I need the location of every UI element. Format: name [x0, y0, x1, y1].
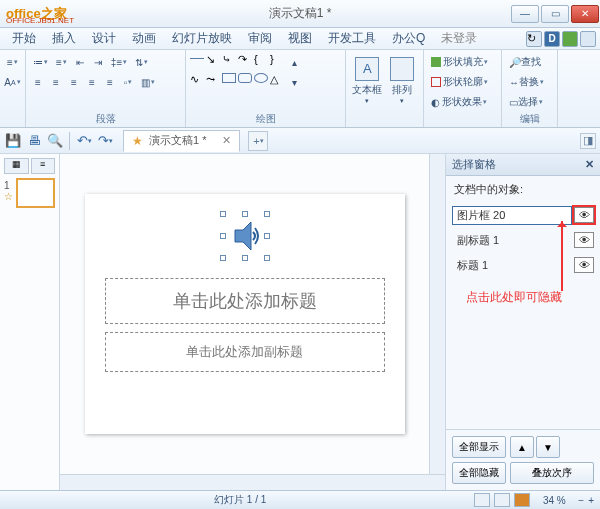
undo-icon[interactable]: ↶▾ — [75, 132, 93, 150]
order-down-button[interactable]: ▼ — [536, 436, 560, 458]
valign[interactable]: ▫▾ — [120, 73, 136, 91]
line-spacing[interactable]: ‡≡▾ — [108, 53, 130, 71]
selection-item-subtitle[interactable]: 副标题 1 👁 — [452, 229, 594, 251]
thumb-tab-outline[interactable]: ≡ — [31, 158, 56, 174]
shape-conn1[interactable]: ⤷ — [222, 53, 236, 63]
document-tab[interactable]: ★ 演示文稿1 * ✕ — [123, 130, 240, 152]
shape-triangle[interactable]: △ — [270, 73, 284, 83]
audio-object[interactable] — [223, 214, 267, 258]
visibility-toggle-picture[interactable]: 👁 — [574, 207, 594, 223]
zoom-out-button[interactable]: − — [578, 495, 584, 506]
shape-ellipse[interactable] — [254, 73, 268, 83]
maximize-button[interactable]: ▭ — [541, 5, 569, 23]
hide-all-button[interactable]: 全部隐藏 — [452, 462, 506, 484]
menu-design[interactable]: 设计 — [84, 28, 124, 49]
menu-view[interactable]: 视图 — [280, 28, 320, 49]
zoom-in-button[interactable]: + — [588, 495, 594, 506]
zoom-level[interactable]: 34 % — [534, 495, 574, 506]
window-title: 演示文稿1 * — [269, 5, 332, 22]
menu-devtools[interactable]: 开发工具 — [320, 28, 384, 49]
list-bullets[interactable]: ≔▾ — [30, 53, 51, 71]
menu-insert[interactable]: 插入 — [44, 28, 84, 49]
slide-thumbnail[interactable]: 1☆ — [4, 178, 55, 208]
print-icon[interactable]: 🖶 — [25, 132, 43, 150]
shape-rect[interactable] — [222, 73, 236, 83]
save-icon[interactable]: 💾 — [4, 132, 22, 150]
new-tab-button[interactable]: +▾ — [248, 131, 268, 151]
align-dist[interactable]: ≡ — [102, 73, 118, 91]
shape-effect-button[interactable]: ◐形状效果▾ — [428, 93, 490, 111]
preview-icon[interactable]: 🔍 — [46, 132, 64, 150]
view-slideshow-icon[interactable] — [514, 493, 530, 507]
selection-item-title[interactable]: 标题 1 👁 — [452, 254, 594, 276]
thumb-tab-slides[interactable]: ▦ — [4, 158, 29, 174]
menubar: 开始 插入 设计 动画 幻灯片放映 审阅 视图 开发工具 办公Q 未登录 ↻ D — [0, 28, 600, 50]
subtitle-placeholder[interactable]: 单击此处添加副标题 — [105, 332, 385, 372]
shape-fill-button[interactable]: 形状填充▾ — [428, 53, 491, 71]
menu-review[interactable]: 审阅 — [240, 28, 280, 49]
callout-arrow-line — [561, 221, 563, 291]
ext-icon-g[interactable] — [562, 31, 578, 47]
pane-toggle-icon[interactable]: ◨ — [580, 133, 596, 149]
list-numbers[interactable]: ≡▾ — [53, 53, 70, 71]
font-case-button[interactable]: AA▾ — [4, 73, 21, 91]
textbox-button[interactable]: A 文本框▾ — [350, 52, 385, 110]
minimize-button[interactable]: — — [511, 5, 539, 23]
selection-item-picture[interactable]: 图片框 20 👁 — [452, 204, 594, 226]
align-center[interactable]: ≡ — [48, 73, 64, 91]
title-placeholder[interactable]: 单击此处添加标题 — [105, 278, 385, 324]
shape-brace2[interactable]: } — [270, 53, 284, 63]
ext-icon-1[interactable]: ↻ — [526, 31, 542, 47]
ext-icon-d[interactable]: D — [544, 31, 560, 47]
shape-line[interactable] — [190, 58, 204, 68]
doc-close-icon[interactable]: ✕ — [222, 134, 231, 147]
visibility-toggle-title[interactable]: 👁 — [574, 257, 594, 273]
shape-curve1[interactable]: ∿ — [190, 73, 204, 83]
shape-curve2[interactable]: ⤳ — [206, 73, 220, 83]
vertical-scrollbar[interactable] — [429, 154, 445, 474]
menu-slideshow[interactable]: 幻灯片放映 — [164, 28, 240, 49]
horizontal-scrollbar[interactable] — [60, 474, 445, 490]
align-right[interactable]: ≡ — [66, 73, 82, 91]
selection-pane-title: 选择窗格 — [452, 157, 496, 172]
shape-rrect[interactable] — [238, 73, 252, 83]
stack-order-button[interactable]: 叠放次序 — [510, 462, 594, 484]
columns[interactable]: ▥▾ — [138, 73, 158, 91]
replace-button[interactable]: ↔替换▾ — [506, 73, 547, 91]
arrange-icon — [390, 57, 414, 81]
shapes-up[interactable]: ▴ — [286, 53, 302, 71]
selection-pane-close[interactable]: ✕ — [585, 158, 594, 171]
menu-login[interactable]: 未登录 — [433, 28, 485, 49]
menu-animation[interactable]: 动画 — [124, 28, 164, 49]
bullets-button[interactable]: ≡▾ — [4, 53, 21, 71]
svg-marker-0 — [235, 222, 251, 250]
text-direction[interactable]: ⇅▾ — [132, 53, 151, 71]
redo-icon[interactable]: ↷▾ — [96, 132, 114, 150]
selection-pane: 选择窗格 ✕ 文档中的对象: 图片框 20 👁 副标题 1 👁 标题 1 👁 点… — [445, 154, 600, 490]
align-left[interactable]: ≡ — [30, 73, 46, 91]
align-justify[interactable]: ≡ — [84, 73, 100, 91]
view-sorter-icon[interactable] — [494, 493, 510, 507]
qat-bar: 💾 🖶 🔍 ↶▾ ↷▾ ★ 演示文稿1 * ✕ +▾ ◨ — [0, 128, 600, 154]
shape-conn2[interactable]: ↷ — [238, 53, 252, 63]
menu-office[interactable]: 办公Q — [384, 28, 433, 49]
find-button[interactable]: 🔎查找 — [506, 53, 544, 71]
show-all-button[interactable]: 全部显示 — [452, 436, 506, 458]
shape-arrow[interactable]: ↘ — [206, 53, 220, 63]
close-button[interactable]: ✕ — [571, 5, 599, 23]
view-normal-icon[interactable] — [474, 493, 490, 507]
order-up-button[interactable]: ▲ — [510, 436, 534, 458]
shape-outline-button[interactable]: 形状轮廓▾ — [428, 73, 491, 91]
indent-inc[interactable]: ⇥ — [90, 53, 106, 71]
ext-icon-2[interactable] — [580, 31, 596, 47]
shapes-more[interactable]: ▾ — [286, 73, 302, 91]
menu-start[interactable]: 开始 — [4, 28, 44, 49]
select-button[interactable]: ▭选择▾ — [506, 93, 546, 111]
indent-dec[interactable]: ⇤ — [72, 53, 88, 71]
arrange-button[interactable]: 排列▾ — [385, 52, 420, 110]
titlebar: office之家 OFFICE.JB51.NET 演示文稿1 * — ▭ ✕ — [0, 0, 600, 28]
visibility-toggle-subtitle[interactable]: 👁 — [574, 232, 594, 248]
shape-brace[interactable]: { — [254, 53, 268, 63]
slide-canvas[interactable]: 单击此处添加标题 单击此处添加副标题 — [85, 194, 405, 434]
anim-star-icon: ☆ — [4, 191, 13, 202]
